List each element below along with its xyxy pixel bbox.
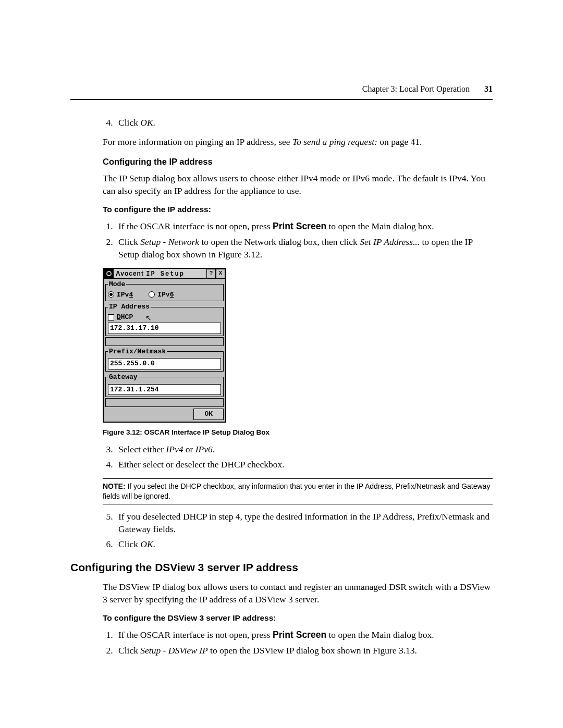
step-4: Click OK.: [115, 117, 493, 129]
gateway-legend: Gateway: [108, 373, 139, 382]
heading-to-configure-ip: To configure the IP address:: [103, 204, 493, 215]
page-header: Chapter 3: Local Port Operation 31: [70, 83, 493, 100]
dsview-step-2: Click Setup - DSView IP to open the DSVi…: [115, 645, 493, 657]
heading-dsview: Configuring the DSView 3 server IP addre…: [70, 560, 493, 575]
dhcp-checkbox[interactable]: DHCP ↖: [108, 313, 221, 322]
dialog-titlebar: Avocent IP Setup ? X: [104, 269, 225, 279]
step-1: If the OSCAR interface is not open, pres…: [115, 220, 493, 233]
radio-icon: [149, 291, 155, 298]
dsview-step-1: If the OSCAR interface is not open, pres…: [115, 629, 493, 641]
close-button[interactable]: X: [216, 269, 225, 278]
ipv6-radio[interactable]: IPv6: [149, 290, 174, 300]
ping-paragraph: For more information on pinging an IP ad…: [103, 136, 493, 149]
note-label: NOTE:: [103, 482, 126, 490]
figure-caption: Figure 3.12: OSCAR Interface IP Setup Di…: [103, 428, 493, 437]
note-box: NOTE: If you select the DHCP checkbox, a…: [103, 478, 493, 504]
prefix-netmask-group: Prefix/Netmask 255.255.0.0: [105, 347, 224, 372]
heading-configuring-ip: Configuring the IP address: [103, 156, 493, 167]
dsview-paragraph: The DSView IP dialog box allows users to…: [103, 581, 493, 606]
blank-field-1: [105, 337, 224, 346]
mode-legend: Mode: [108, 280, 126, 289]
ipv4-radio[interactable]: IPv4: [108, 290, 133, 300]
netmask-field[interactable]: 255.255.0.0: [108, 358, 221, 369]
step-2: Click Setup - Network to open the Networ…: [115, 236, 493, 261]
chapter-label: Chapter 3: Local Port Operation: [362, 83, 470, 95]
dialog-title: Avocent IP Setup: [114, 269, 206, 278]
content-area: Click OK. For more information on pingin…: [70, 117, 493, 657]
ip-address-field[interactable]: 172.31.17.10: [108, 323, 221, 334]
step-6: Click OK.: [115, 538, 493, 551]
step-list-after-note: If you deselected DHCP in step 4, type t…: [103, 511, 493, 551]
step-list-after-figure: Select either IPv4 or IPv6. Either selec…: [103, 443, 493, 471]
ipsetup-paragraph: The IP Setup dialog box allows users to …: [103, 172, 493, 197]
dialog-footer: OK: [104, 408, 225, 422]
step-list-dsview: If the OSCAR interface is not open, pres…: [103, 629, 493, 657]
ok-button[interactable]: OK: [193, 409, 224, 420]
avocent-logo-icon: [104, 269, 114, 278]
gateway-group: Gateway 172.31.1.254: [105, 373, 224, 397]
step-3: Select either IPv4 or IPv6.: [115, 443, 493, 456]
step-5: If you deselected DHCP in step 4, type t…: [115, 511, 493, 535]
gateway-field[interactable]: 172.31.1.254: [108, 384, 221, 396]
step-list-configure-ip: If the OSCAR interface is not open, pres…: [103, 220, 493, 261]
page: Chapter 3: Local Port Operation 31 Click…: [0, 0, 563, 728]
ip-address-group: IP Address DHCP ↖ 172.31.17.10: [105, 302, 224, 336]
cursor-icon: ↖: [145, 313, 152, 323]
heading-to-config-dsview: To configure the DSView 3 server IP addr…: [103, 613, 493, 624]
blank-field-2: [105, 398, 224, 407]
page-number: 31: [484, 83, 493, 95]
help-button[interactable]: ?: [206, 269, 216, 278]
mode-group: Mode IPv4 IPv6: [105, 280, 224, 301]
step-4b: Either select or deselect the DHCP check…: [115, 459, 493, 471]
radio-icon: [108, 291, 114, 298]
prefix-netmask-legend: Prefix/Netmask: [108, 347, 167, 356]
ip-address-legend: IP Address: [108, 302, 151, 312]
checkbox-icon: [108, 314, 114, 320]
step-list-continued: Click OK.: [103, 117, 493, 129]
ip-setup-dialog: Avocent IP Setup ? X Mode IPv4 IPv6: [103, 268, 226, 422]
